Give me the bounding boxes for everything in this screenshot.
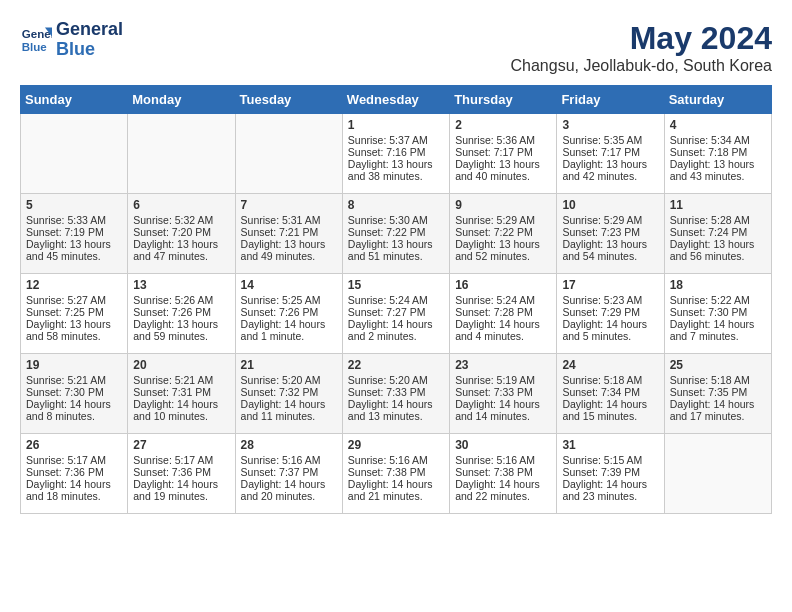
cell-content-line: Sunrise: 5:26 AM	[133, 294, 229, 306]
calendar-cell	[235, 114, 342, 194]
day-number: 6	[133, 198, 229, 212]
cell-content-line: Sunrise: 5:24 AM	[455, 294, 551, 306]
calendar-cell: 7Sunrise: 5:31 AMSunset: 7:21 PMDaylight…	[235, 194, 342, 274]
calendar-cell: 8Sunrise: 5:30 AMSunset: 7:22 PMDaylight…	[342, 194, 449, 274]
cell-content-line: Sunrise: 5:29 AM	[455, 214, 551, 226]
cell-content-line: Sunset: 7:31 PM	[133, 386, 229, 398]
cell-content-line: Sunrise: 5:16 AM	[241, 454, 337, 466]
column-header-friday: Friday	[557, 86, 664, 114]
cell-content-line: Daylight: 14 hours	[455, 478, 551, 490]
day-number: 20	[133, 358, 229, 372]
cell-content-line: and 59 minutes.	[133, 330, 229, 342]
calendar-cell: 16Sunrise: 5:24 AMSunset: 7:28 PMDayligh…	[450, 274, 557, 354]
cell-content-line: and 4 minutes.	[455, 330, 551, 342]
cell-content-line: and 45 minutes.	[26, 250, 122, 262]
cell-content-line: Daylight: 13 hours	[133, 318, 229, 330]
cell-content-line: Sunset: 7:32 PM	[241, 386, 337, 398]
cell-content-line: Sunset: 7:37 PM	[241, 466, 337, 478]
cell-content-line: Daylight: 13 hours	[26, 238, 122, 250]
cell-content-line: Daylight: 13 hours	[455, 158, 551, 170]
calendar-cell: 11Sunrise: 5:28 AMSunset: 7:24 PMDayligh…	[664, 194, 771, 274]
cell-content-line: Daylight: 13 hours	[348, 158, 444, 170]
cell-content-line: Sunrise: 5:22 AM	[670, 294, 766, 306]
calendar-table: SundayMondayTuesdayWednesdayThursdayFrid…	[20, 85, 772, 514]
day-number: 8	[348, 198, 444, 212]
cell-content-line: Sunrise: 5:25 AM	[241, 294, 337, 306]
day-number: 11	[670, 198, 766, 212]
cell-content-line: Sunrise: 5:35 AM	[562, 134, 658, 146]
day-number: 2	[455, 118, 551, 132]
cell-content-line: and 1 minute.	[241, 330, 337, 342]
title-block: May 2024 Changsu, Jeollabuk-do, South Ko…	[510, 20, 772, 75]
column-header-thursday: Thursday	[450, 86, 557, 114]
cell-content-line: Sunset: 7:26 PM	[133, 306, 229, 318]
day-number: 5	[26, 198, 122, 212]
day-number: 19	[26, 358, 122, 372]
day-number: 18	[670, 278, 766, 292]
cell-content-line: and 22 minutes.	[455, 490, 551, 502]
cell-content-line: Sunset: 7:33 PM	[455, 386, 551, 398]
cell-content-line: Sunrise: 5:31 AM	[241, 214, 337, 226]
cell-content-line: Sunrise: 5:37 AM	[348, 134, 444, 146]
cell-content-line: Sunset: 7:18 PM	[670, 146, 766, 158]
day-number: 7	[241, 198, 337, 212]
day-number: 17	[562, 278, 658, 292]
cell-content-line: Sunset: 7:25 PM	[26, 306, 122, 318]
calendar-cell: 18Sunrise: 5:22 AMSunset: 7:30 PMDayligh…	[664, 274, 771, 354]
cell-content-line: and 51 minutes.	[348, 250, 444, 262]
day-number: 9	[455, 198, 551, 212]
cell-content-line: and 58 minutes.	[26, 330, 122, 342]
column-header-monday: Monday	[128, 86, 235, 114]
cell-content-line: Sunrise: 5:33 AM	[26, 214, 122, 226]
cell-content-line: Sunrise: 5:18 AM	[562, 374, 658, 386]
cell-content-line: Sunrise: 5:32 AM	[133, 214, 229, 226]
cell-content-line: and 13 minutes.	[348, 410, 444, 422]
cell-content-line: and 17 minutes.	[670, 410, 766, 422]
day-number: 12	[26, 278, 122, 292]
cell-content-line: Sunset: 7:33 PM	[348, 386, 444, 398]
cell-content-line: Daylight: 14 hours	[133, 398, 229, 410]
cell-content-line: Daylight: 14 hours	[670, 398, 766, 410]
cell-content-line: Sunrise: 5:17 AM	[26, 454, 122, 466]
cell-content-line: Sunrise: 5:23 AM	[562, 294, 658, 306]
cell-content-line: Sunrise: 5:16 AM	[455, 454, 551, 466]
cell-content-line: Sunset: 7:22 PM	[455, 226, 551, 238]
cell-content-line: Daylight: 14 hours	[455, 398, 551, 410]
cell-content-line: and 5 minutes.	[562, 330, 658, 342]
cell-content-line: Sunrise: 5:36 AM	[455, 134, 551, 146]
cell-content-line: Daylight: 14 hours	[133, 478, 229, 490]
cell-content-line: Sunrise: 5:28 AM	[670, 214, 766, 226]
calendar-cell	[128, 114, 235, 194]
cell-content-line: Sunrise: 5:21 AM	[133, 374, 229, 386]
svg-text:Blue: Blue	[22, 40, 48, 52]
logo-icon: General Blue	[20, 24, 52, 56]
calendar-cell: 27Sunrise: 5:17 AMSunset: 7:36 PMDayligh…	[128, 434, 235, 514]
day-number: 4	[670, 118, 766, 132]
cell-content-line: Daylight: 14 hours	[348, 398, 444, 410]
calendar-cell: 25Sunrise: 5:18 AMSunset: 7:35 PMDayligh…	[664, 354, 771, 434]
page-header: General Blue General Blue May 2024 Chang…	[20, 20, 772, 75]
day-number: 23	[455, 358, 551, 372]
day-number: 30	[455, 438, 551, 452]
calendar-cell: 9Sunrise: 5:29 AMSunset: 7:22 PMDaylight…	[450, 194, 557, 274]
cell-content-line: Daylight: 13 hours	[133, 238, 229, 250]
cell-content-line: Sunset: 7:17 PM	[455, 146, 551, 158]
cell-content-line: Daylight: 13 hours	[348, 238, 444, 250]
calendar-cell: 28Sunrise: 5:16 AMSunset: 7:37 PMDayligh…	[235, 434, 342, 514]
day-number: 31	[562, 438, 658, 452]
cell-content-line: Sunrise: 5:34 AM	[670, 134, 766, 146]
cell-content-line: Sunset: 7:21 PM	[241, 226, 337, 238]
cell-content-line: Sunrise: 5:16 AM	[348, 454, 444, 466]
calendar-cell: 30Sunrise: 5:16 AMSunset: 7:38 PMDayligh…	[450, 434, 557, 514]
cell-content-line: Sunset: 7:19 PM	[26, 226, 122, 238]
calendar-week-row: 26Sunrise: 5:17 AMSunset: 7:36 PMDayligh…	[21, 434, 772, 514]
cell-content-line: Sunset: 7:17 PM	[562, 146, 658, 158]
cell-content-line: Sunrise: 5:24 AM	[348, 294, 444, 306]
calendar-cell: 29Sunrise: 5:16 AMSunset: 7:38 PMDayligh…	[342, 434, 449, 514]
cell-content-line: and 54 minutes.	[562, 250, 658, 262]
calendar-cell: 31Sunrise: 5:15 AMSunset: 7:39 PMDayligh…	[557, 434, 664, 514]
calendar-week-row: 12Sunrise: 5:27 AMSunset: 7:25 PMDayligh…	[21, 274, 772, 354]
column-header-saturday: Saturday	[664, 86, 771, 114]
calendar-cell: 4Sunrise: 5:34 AMSunset: 7:18 PMDaylight…	[664, 114, 771, 194]
cell-content-line: Sunset: 7:38 PM	[348, 466, 444, 478]
